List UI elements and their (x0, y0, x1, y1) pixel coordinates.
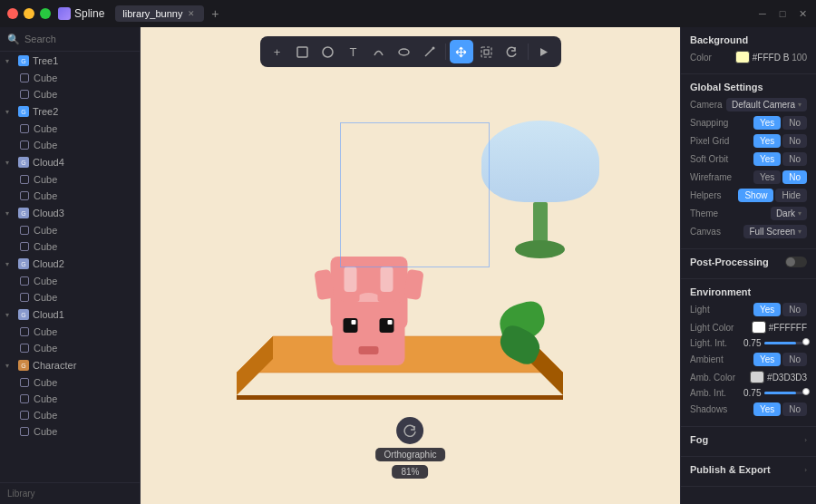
snapping-yes-button[interactable]: Yes (753, 116, 781, 130)
shadows-yes-button[interactable]: Yes (753, 402, 781, 416)
tree-group-header-character[interactable]: ▾ G Character (0, 356, 140, 374)
tree-item[interactable]: Cube (0, 238, 140, 255)
amb-color-swatch[interactable] (750, 371, 764, 383)
ortho-zoom: 81% (392, 465, 428, 479)
tree-item[interactable]: Cube (0, 374, 140, 391)
publish-header[interactable]: Publish & Export › (690, 464, 807, 475)
ortho-rotate-button[interactable] (397, 417, 424, 444)
group-label-character: Character (33, 360, 76, 371)
tree-item[interactable]: Cube (0, 70, 140, 86)
tool-transform[interactable] (475, 40, 499, 63)
pixel-grid-no-button[interactable]: No (782, 134, 807, 148)
wireframe-yes-button[interactable]: Yes (753, 170, 781, 184)
tool-add[interactable]: + (266, 40, 289, 63)
titlebar: Spline library_bunny ✕ + ─ □ ✕ (0, 0, 816, 27)
tool-circle[interactable] (316, 40, 340, 63)
tool-ellipse2[interactable] (393, 40, 416, 63)
soft-orbit-yes-button[interactable]: Yes (753, 152, 781, 166)
item-label: Cube (34, 225, 57, 236)
fog-expand-icon[interactable]: › (804, 436, 807, 444)
tool-pen[interactable] (418, 40, 442, 63)
cube-icon (20, 73, 29, 82)
tree-item[interactable]: Cube (0, 407, 140, 423)
active-tab[interactable]: library_bunny ✕ (115, 5, 204, 22)
camera-dropdown[interactable]: Default Camera ▾ (726, 98, 807, 111)
fog-header[interactable]: Fog › (690, 434, 807, 445)
tree-arrow-icon: ▾ (5, 260, 15, 268)
soft-orbit-no-button[interactable]: No (782, 152, 807, 166)
ambient-yes-button[interactable]: Yes (753, 353, 781, 366)
tree-item[interactable]: Cube (0, 121, 140, 137)
item-label: Cube (34, 190, 57, 201)
camera-row: Camera Default Camera ▾ (690, 98, 807, 111)
tree-item[interactable]: Cube (0, 423, 140, 440)
bg-color-swatch[interactable] (735, 51, 750, 63)
tool-play[interactable] (532, 40, 556, 63)
tree-group-header-tree2[interactable]: ▾ G Tree2 (0, 102, 140, 121)
tree-item[interactable]: Cube (0, 137, 140, 153)
maximize-button[interactable] (40, 8, 51, 19)
tab-close-icon[interactable]: ✕ (186, 8, 197, 19)
tree-group-header-cloud1[interactable]: ▾ G Cloud1 (0, 305, 140, 324)
helpers-show-button[interactable]: Show (738, 189, 773, 202)
tree-item[interactable]: Cube (0, 86, 140, 102)
tree-group-header-cloud4[interactable]: ▾ G Cloud4 (0, 153, 140, 171)
shadows-no-button[interactable]: No (782, 402, 807, 416)
ambient-no-button[interactable]: No (782, 353, 807, 366)
cube-icon (20, 242, 29, 251)
helpers-hide-button[interactable]: Hide (775, 189, 807, 202)
group-icon: G (18, 157, 29, 168)
canvas-dropdown[interactable]: Full Screen ▾ (743, 225, 807, 238)
tool-rotate[interactable] (500, 40, 524, 63)
tree-item[interactable]: Cube (0, 188, 140, 204)
tool-text[interactable]: T (342, 40, 365, 63)
tool-rect[interactable] (291, 40, 315, 63)
theme-dropdown[interactable]: Dark ▾ (771, 207, 807, 220)
post-processing-toggle[interactable] (785, 257, 807, 267)
amb-int-slider-track[interactable] (764, 392, 807, 394)
light-color-hex[interactable]: #FFFFFF (769, 323, 807, 333)
wireframe-buttons: Yes No (753, 170, 807, 184)
environment-section: Environment Light Yes No Light Color #FF… (681, 279, 816, 427)
library-button[interactable]: Library (0, 482, 140, 504)
tree-arrow-icon: ▾ (5, 57, 15, 65)
tree-item[interactable]: Cube (0, 324, 140, 340)
ambient-buttons: Yes No (753, 353, 807, 366)
light-no-button[interactable]: No (782, 303, 807, 316)
wireframe-no-button[interactable]: No (782, 170, 807, 184)
item-label: Cube (34, 393, 57, 404)
tree-group-header-cloud2[interactable]: ▾ G Cloud2 (0, 255, 140, 273)
win-minimize-icon[interactable]: ─ (756, 7, 769, 20)
win-restore-icon[interactable]: □ (776, 7, 789, 20)
close-button[interactable] (7, 8, 18, 19)
tree-group-header-cloud3[interactable]: ▾ G Cloud3 (0, 204, 140, 222)
pixel-grid-yes-button[interactable]: Yes (753, 134, 781, 148)
tree-item[interactable]: Cube (0, 391, 140, 407)
tree-group-header-tree1[interactable]: ▾ G Tree1 (0, 52, 140, 70)
light-row: Light Yes No (690, 303, 807, 316)
ortho-controls: Orthographic 81% (375, 417, 446, 479)
snapping-no-button[interactable]: No (782, 116, 807, 130)
tool-move[interactable] (450, 40, 473, 63)
light-color-swatch[interactable] (752, 321, 766, 334)
tree-item[interactable]: Cube (0, 222, 140, 238)
add-tab-button[interactable]: + (206, 5, 224, 23)
viewport[interactable]: + T (141, 27, 680, 504)
background-header: Background (690, 34, 807, 45)
light-int-label: Light. Int. (690, 338, 727, 348)
light-int-slider-track[interactable] (764, 342, 807, 344)
tree-item[interactable]: Cube (0, 289, 140, 305)
tree-item[interactable]: Cube (0, 171, 140, 188)
amb-color-hex[interactable]: #D3D3D3 (767, 373, 807, 383)
tool-arc[interactable] (367, 40, 391, 63)
bg-opacity[interactable]: 100 (792, 53, 807, 63)
publish-expand-icon[interactable]: › (804, 466, 807, 474)
toolbar: + T (260, 36, 561, 67)
minimize-button[interactable] (24, 8, 34, 19)
tree-item[interactable]: Cube (0, 273, 140, 289)
bg-color-hex[interactable]: #FFFD B (753, 53, 790, 63)
tree-item[interactable]: Cube (0, 340, 140, 356)
win-close-icon[interactable]: ✕ (796, 7, 809, 20)
search-input[interactable] (24, 34, 141, 44)
light-yes-button[interactable]: Yes (753, 303, 781, 316)
